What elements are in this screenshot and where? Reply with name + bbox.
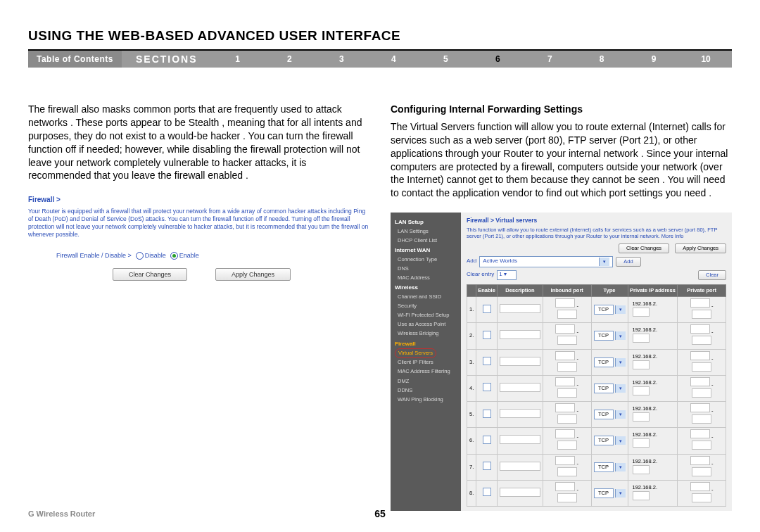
private-ip-input[interactable] — [633, 465, 650, 474]
private-ip-input[interactable] — [633, 308, 650, 317]
private-ip-input[interactable] — [633, 491, 650, 500]
type-select[interactable]: TCP — [594, 462, 614, 472]
enable-checkbox[interactable] — [483, 410, 491, 418]
type-select[interactable]: TCP — [594, 410, 614, 419]
enable-checkbox[interactable] — [483, 383, 491, 391]
clear-changes-button[interactable]: Clear Changes — [113, 268, 187, 281]
private-port-from[interactable] — [690, 298, 710, 308]
private-port-to[interactable] — [692, 362, 711, 372]
description-input[interactable] — [500, 304, 540, 313]
enable-checkbox[interactable] — [483, 331, 491, 339]
private-port-from[interactable] — [690, 377, 710, 386]
description-input[interactable] — [500, 383, 540, 392]
sidebar-item[interactable]: Use as Access Point — [395, 320, 457, 329]
private-port-from[interactable] — [690, 429, 710, 438]
private-ip-input[interactable] — [633, 360, 650, 369]
sidebar-item[interactable]: DNS — [395, 264, 457, 273]
sidebar-item[interactable]: Wireless Bridging — [395, 329, 457, 338]
private-port-from[interactable] — [690, 403, 710, 412]
sidebar-item[interactable]: MAC Address Filtering — [395, 367, 457, 376]
section-5[interactable]: 5 — [419, 54, 471, 64]
private-ip-input[interactable] — [633, 412, 650, 422]
private-port-to[interactable] — [692, 441, 711, 450]
section-7[interactable]: 7 — [524, 54, 576, 64]
sidebar-item[interactable]: MAC Address — [395, 273, 457, 282]
section-1[interactable]: 1 — [212, 54, 264, 64]
apply-changes-button[interactable]: Apply Changes — [215, 268, 291, 281]
inbound-port-from[interactable] — [555, 377, 575, 386]
description-input[interactable] — [500, 462, 540, 471]
clear-entry-select[interactable]: 1 ▾ — [497, 270, 517, 280]
type-select[interactable]: TCP — [594, 305, 614, 315]
description-input[interactable] — [500, 435, 540, 444]
description-input[interactable] — [500, 488, 540, 497]
enable-checkbox[interactable] — [483, 436, 491, 444]
section-2[interactable]: 2 — [263, 54, 315, 64]
sidebar-item[interactable]: Connection Type — [395, 255, 457, 264]
section-10[interactable]: 10 — [680, 54, 732, 64]
add-service-select[interactable]: Active Worlds ▾ — [479, 256, 613, 267]
sidebar-item[interactable]: Wi-Fi Protected Setup — [395, 311, 457, 320]
inbound-port-from[interactable] — [555, 351, 575, 360]
type-select[interactable]: TCP — [594, 357, 614, 367]
description-input[interactable] — [500, 357, 540, 366]
inbound-port-to[interactable] — [557, 362, 577, 372]
type-select[interactable]: TCP — [594, 331, 614, 341]
section-9[interactable]: 9 — [628, 54, 680, 64]
inbound-port-from[interactable] — [555, 324, 575, 334]
private-port-to[interactable] — [692, 467, 711, 476]
description-input[interactable] — [500, 409, 540, 418]
private-port-to[interactable] — [692, 493, 711, 502]
private-port-from[interactable] — [690, 324, 710, 334]
firewall-disable-radio[interactable]: Disable — [136, 251, 166, 260]
sidebar-item[interactable]: DMZ — [395, 376, 457, 386]
sidebar-item[interactable]: Security — [395, 301, 457, 310]
private-port-from[interactable] — [690, 482, 710, 491]
inbound-port-to[interactable] — [557, 467, 577, 476]
private-port-to[interactable] — [692, 336, 711, 345]
type-select[interactable]: TCP — [594, 384, 614, 393]
private-port-to[interactable] — [692, 388, 711, 398]
add-button[interactable]: Add — [616, 257, 640, 267]
inbound-port-from[interactable] — [555, 429, 575, 438]
vs-apply-changes-button[interactable]: Apply Changes — [675, 243, 726, 253]
section-3[interactable]: 3 — [315, 54, 367, 64]
type-select[interactable]: TCP — [594, 488, 614, 498]
private-port-to[interactable] — [692, 414, 711, 424]
sidebar-item[interactable]: Virtual Servers — [395, 348, 436, 358]
more-info-link[interactable]: More Info — [661, 233, 684, 239]
section-8[interactable]: 8 — [576, 54, 628, 64]
type-select[interactable]: TCP — [594, 436, 614, 445]
description-input[interactable] — [500, 330, 540, 339]
private-port-to[interactable] — [692, 310, 711, 319]
private-ip-input[interactable] — [633, 386, 650, 395]
enable-checkbox[interactable] — [483, 462, 491, 470]
vs-clear-changes-button[interactable]: Clear Changes — [619, 243, 669, 253]
section-6[interactable]: 6 — [471, 54, 524, 64]
inbound-port-from[interactable] — [555, 456, 575, 465]
private-ip-input[interactable] — [633, 334, 650, 343]
sidebar-item[interactable]: Client IP Filters — [395, 358, 457, 367]
clear-button[interactable]: Clear — [698, 270, 726, 280]
private-port-from[interactable] — [690, 351, 710, 360]
inbound-port-to[interactable] — [557, 493, 577, 502]
inbound-port-to[interactable] — [557, 310, 577, 319]
inbound-port-from[interactable] — [555, 298, 575, 308]
sidebar-item[interactable]: WAN Ping Blocking — [395, 395, 457, 404]
inbound-port-to[interactable] — [557, 388, 577, 398]
sidebar-item[interactable]: DDNS — [395, 386, 457, 395]
enable-checkbox[interactable] — [483, 305, 491, 313]
section-4[interactable]: 4 — [367, 54, 419, 64]
sidebar-item[interactable]: Channel and SSID — [395, 292, 457, 301]
inbound-port-to[interactable] — [557, 336, 577, 345]
inbound-port-to[interactable] — [557, 414, 577, 424]
private-port-from[interactable] — [690, 456, 710, 465]
private-ip-input[interactable] — [633, 438, 650, 448]
sidebar-item[interactable]: LAN Settings — [395, 227, 457, 236]
inbound-port-to[interactable] — [557, 441, 577, 450]
enable-checkbox[interactable] — [483, 357, 491, 365]
enable-checkbox[interactable] — [483, 488, 491, 496]
toc-link[interactable]: Table of Contents — [28, 51, 122, 68]
inbound-port-from[interactable] — [555, 403, 575, 412]
firewall-enable-radio[interactable]: Enable — [170, 251, 199, 260]
